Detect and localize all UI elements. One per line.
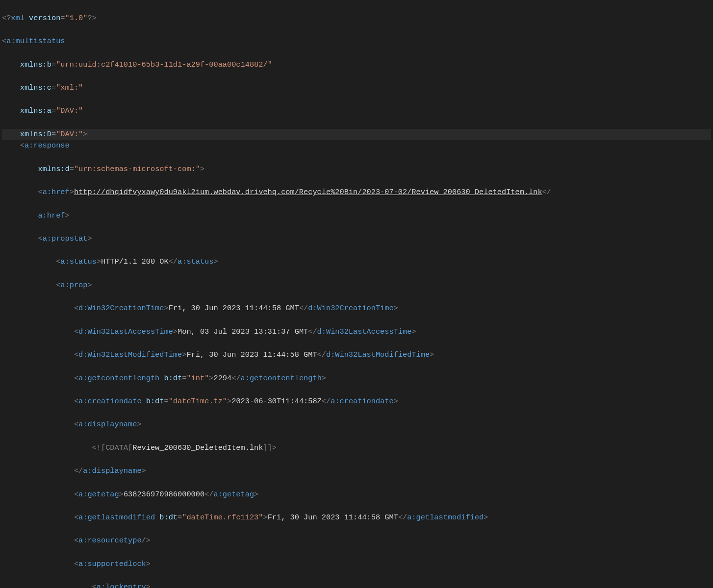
code-line: xmlns:a="DAV:"	[2, 105, 711, 117]
code-line: xmlns:d="urn:schemas-microsoft-com:">	[2, 164, 711, 175]
code-line: <a:prop>	[2, 280, 711, 292]
code-line: xmlns:c="xml:"	[2, 82, 711, 94]
code-line: <a:multistatus	[2, 36, 711, 48]
code-line: <a:resourcetype/>	[2, 535, 711, 547]
code-line: <a:propstat>	[2, 233, 711, 245]
code-line: <d:Win32LastModifiedTime>Fri, 30 Jun 202…	[2, 349, 711, 361]
code-line: <![CDATA[Review_200630_DeletedItem.lnk]]…	[2, 442, 711, 454]
code-line: <a:supportedlock>	[2, 559, 711, 570]
code-line: <a:href>http://dhqidfvyxawy0du9akl2ium.w…	[2, 187, 711, 198]
code-line-current: xmlns:D="DAV:">	[2, 129, 711, 141]
code-line: <a:lockentry>	[2, 582, 711, 588]
code-line: a:href>	[2, 210, 711, 222]
code-line: <a:getetag>638236970986000000</a:getetag…	[2, 489, 711, 501]
href-link[interactable]: http://dhqidfvyxawy0du9akl2ium.webdav.dr…	[74, 188, 542, 196]
code-line: </a:displayname>	[2, 466, 711, 477]
code-line: <d:Win32LastAccessTime>Mon, 03 Jul 2023 …	[2, 326, 711, 338]
code-line: <a:status>HTTP/1.1 200 OK</a:status>	[2, 256, 711, 268]
code-line: <a:getlastmodified b:dt="dateTime.rfc112…	[2, 512, 711, 524]
code-line: <a:response	[2, 140, 711, 152]
code-line: <d:Win32CreationTime>Fri, 30 Jun 2023 11…	[2, 303, 711, 315]
code-line: xmlns:b="urn:uuid:c2f41010-65b3-11d1-a29…	[2, 59, 711, 71]
code-line: <?xml version="1.0"?>	[2, 13, 711, 24]
code-line: <a:getcontentlength b:dt="int">2294</a:g…	[2, 373, 711, 385]
code-line: <a:creationdate b:dt="dateTime.tz">2023-…	[2, 396, 711, 408]
code-line: <a:displayname>	[2, 419, 711, 431]
code-editor[interactable]: <?xml version="1.0"?> <a:multistatus xml…	[0, 0, 713, 588]
